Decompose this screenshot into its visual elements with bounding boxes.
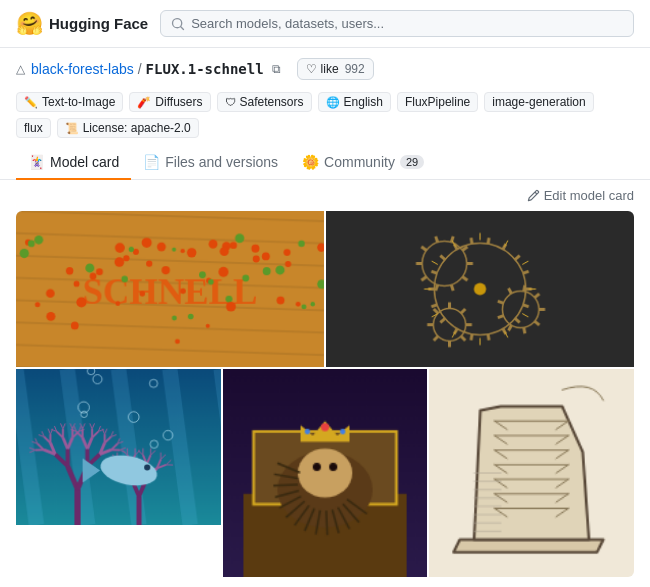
tab-model-card-icon: 🃏 <box>28 154 45 170</box>
tag-license[interactable]: 📜 License: apache-2.0 <box>57 118 199 138</box>
search-placeholder: Search models, datasets, users... <box>191 16 384 31</box>
image-underwater <box>16 369 221 578</box>
tag-license-label: License: apache-2.0 <box>83 121 191 135</box>
org-link[interactable]: black-forest-labs <box>31 61 134 77</box>
header: 🤗 Hugging Face Search models, datasets, … <box>0 0 650 48</box>
tag-text-to-image-icon: ✏️ <box>24 96 38 109</box>
image-schnell <box>16 211 324 367</box>
image-schnell-canvas <box>16 211 324 367</box>
tag-fluxpipeline-label: FluxPipeline <box>405 95 470 109</box>
tag-diffusers-icon: 🧨 <box>137 96 151 109</box>
edit-label: Edit model card <box>544 188 634 203</box>
breadcrumb-separator: / <box>138 61 142 77</box>
tag-english-label: English <box>344 95 383 109</box>
model-type-icon: △ <box>16 62 25 76</box>
tab-model-card[interactable]: 🃏 Model card <box>16 146 131 180</box>
search-bar[interactable]: Search models, datasets, users... <box>160 10 634 37</box>
tab-community-label: Community <box>324 154 395 170</box>
community-badge: 29 <box>400 155 424 169</box>
tag-flux[interactable]: flux <box>16 118 51 138</box>
tag-license-icon: 📜 <box>65 122 79 135</box>
tab-files-label: Files and versions <box>165 154 278 170</box>
image-hedgehog-canvas <box>223 369 428 578</box>
image-hedgehog <box>223 369 428 578</box>
edit-model-card-link[interactable]: Edit model card <box>527 188 634 203</box>
tag-image-generation-label: image-generation <box>492 95 585 109</box>
tab-model-card-label: Model card <box>50 154 119 170</box>
image-underwater-canvas <box>16 369 221 526</box>
tag-safetensors-icon: 🛡 <box>225 96 236 108</box>
tag-fluxpipeline[interactable]: FluxPipeline <box>397 92 478 112</box>
tag-safetensors-label: Safetensors <box>240 95 304 109</box>
logo[interactable]: 🤗 Hugging Face <box>16 11 148 37</box>
heart-icon: ♡ <box>306 62 317 76</box>
tag-safetensors[interactable]: 🛡 Safetensors <box>217 92 312 112</box>
like-count: 992 <box>345 62 365 76</box>
like-label: like <box>321 62 339 76</box>
tag-text-to-image[interactable]: ✏️ Text-to-Image <box>16 92 123 112</box>
tag-diffusers-label: Diffusers <box>155 95 202 109</box>
image-boot-canvas <box>429 369 634 578</box>
tab-files-icon: 📄 <box>143 154 160 170</box>
tag-flux-label: flux <box>24 121 43 135</box>
tag-text-to-image-label: Text-to-Image <box>42 95 115 109</box>
like-button[interactable]: ♡ like 992 <box>297 58 374 80</box>
logo-icon: 🤗 <box>16 11 43 37</box>
tab-files-versions[interactable]: 📄 Files and versions <box>131 146 290 180</box>
edit-icon <box>527 189 540 202</box>
description: FLUX.1 [schnell] is a 12 billion paramet… <box>0 577 650 587</box>
breadcrumb: △ black-forest-labs / FLUX.1-schnell ⧉ ♡… <box>0 48 650 88</box>
edit-row: Edit model card <box>0 180 650 211</box>
tag-image-generation[interactable]: image-generation <box>484 92 593 112</box>
image-boot <box>429 369 634 578</box>
image-clock-canvas <box>326 211 634 367</box>
search-icon <box>171 17 185 31</box>
tag-english[interactable]: 🌐 English <box>318 92 391 112</box>
tabs-row: 🃏 Model card 📄 Files and versions 🌼 Comm… <box>0 146 650 180</box>
tags-row: ✏️ Text-to-Image 🧨 Diffusers 🛡 Safetenso… <box>0 88 650 146</box>
copy-icon[interactable]: ⧉ <box>272 62 281 76</box>
repo-name: FLUX.1-schnell <box>146 61 264 77</box>
image-clock <box>326 211 634 367</box>
tab-community-icon: 🌼 <box>302 154 319 170</box>
logo-text: Hugging Face <box>49 15 148 32</box>
tag-english-icon: 🌐 <box>326 96 340 109</box>
tab-community[interactable]: 🌼 Community 29 <box>290 146 436 180</box>
image-bottom-row <box>16 369 634 578</box>
image-grid <box>16 211 634 577</box>
tag-diffusers[interactable]: 🧨 Diffusers <box>129 92 210 112</box>
